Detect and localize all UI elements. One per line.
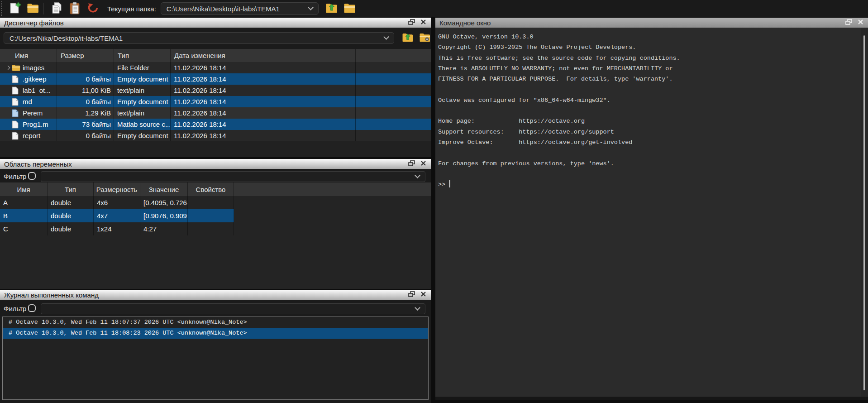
column-header-size[interactable]: Размер: [57, 49, 114, 62]
file-name-cell: lab1_ot...: [0, 85, 57, 96]
current-folder-combobox[interactable]: C:\Users\Nika\Desktop\it-labs\TEMA1: [161, 2, 319, 15]
new-script-icon: [9, 2, 21, 16]
paste-button[interactable]: [67, 1, 83, 16]
column-header-name[interactable]: Имя: [0, 182, 48, 196]
command-output[interactable]: GNU Octave, version 10.3.0Copyright (C) …: [435, 28, 861, 393]
filter-combobox[interactable]: [41, 171, 425, 182]
variable-value: 4:27: [140, 222, 188, 235]
file-row[interactable]: report0 байтыEmpty document11.02.2026 18…: [0, 130, 431, 141]
undock-icon: [408, 19, 415, 26]
octave-main-window: Текущая папка: C:\Users\Nika\Desktop\it-…: [0, 0, 868, 403]
command-line: Home page: https://octave.org: [438, 116, 861, 126]
file-row[interactable]: Perem1,29 KiBtext/plain11.02.2026 18:14: [0, 107, 431, 119]
toolbar-drag-handle[interactable]: [1, 1, 5, 16]
filter-checkbox[interactable]: [28, 304, 36, 312]
column-header-value[interactable]: Значение: [140, 182, 188, 196]
file-type: Empty document: [114, 130, 171, 141]
new-script-button[interactable]: [7, 1, 23, 16]
file-date: 11.02.2026 18:14: [171, 119, 356, 130]
chevron-down-icon: [415, 173, 420, 178]
file-name: report: [23, 132, 40, 139]
history-entry[interactable]: # Octave 10.3.0, Wed Feb 11 18:08:23 202…: [3, 328, 428, 339]
file-path-combobox[interactable]: C:/Users/Nika/Desktop/it-labs/TEMA1: [4, 32, 394, 44]
open-folder-icon: [27, 3, 39, 15]
folder-actions-button[interactable]: [418, 32, 432, 44]
file-row[interactable]: md0 байтыEmpty document11.02.2026 18:14: [0, 96, 431, 107]
file-row[interactable]: lab1_ot...11,00 KiBtext/plain11.02.2026 …: [0, 85, 431, 96]
file-row[interactable]: Prog1.m73 байтыMatlab source c...11.02.2…: [0, 119, 431, 130]
file-name: lab1_ot...: [23, 86, 51, 94]
command-scrollbar-thumb[interactable]: [863, 35, 865, 390]
variable-row[interactable]: Bdouble4x7[0.9076, 0.9095,...: [0, 209, 234, 222]
file-date: 11.02.2026 18:14: [171, 73, 356, 85]
command-line: [438, 148, 861, 158]
row-fill: [356, 85, 431, 96]
filter-combobox[interactable]: [41, 303, 425, 314]
variable-row[interactable]: Adouble4x6[0.4095, 0.7264,...: [0, 196, 234, 209]
open-file-button[interactable]: [25, 1, 41, 16]
command-window-titlebar: Командное окно: [435, 18, 868, 28]
history-close-button[interactable]: [417, 290, 429, 300]
column-header-class[interactable]: Тип: [48, 182, 94, 196]
filter-checkbox[interactable]: [28, 172, 36, 180]
file-table-header[interactable]: Имя Размер Тип Дата изменения: [0, 49, 431, 62]
history-entry[interactable]: # Octave 10.3.0, Wed Feb 11 18:07:37 202…: [3, 317, 428, 328]
directory-up-button[interactable]: [401, 32, 415, 44]
variable-attribute: [188, 196, 234, 209]
column-header-dimension[interactable]: Размерность: [94, 182, 140, 196]
undo-button[interactable]: [86, 1, 101, 16]
toolbar-separator: [43, 3, 44, 14]
command-line: [438, 84, 861, 95]
command-window-undock-button[interactable]: [843, 18, 854, 28]
command-line: GNU Octave, version 10.3.0: [438, 32, 861, 42]
prompt-line[interactable]: >>: [438, 179, 861, 190]
command-window-close-button[interactable]: [854, 18, 866, 28]
file-size: 0 байты: [57, 73, 114, 85]
file-browser-close-button[interactable]: [417, 18, 429, 28]
main-toolbar: Текущая папка: C:\Users\Nika\Desktop\it-…: [0, 0, 868, 17]
undock-icon: [845, 19, 852, 26]
variable-value: [0.9076, 0.9095,...: [140, 209, 188, 222]
file-row[interactable]: .gitkeep0 байтыEmpty document11.02.2026 …: [0, 73, 431, 85]
file-icon: [12, 86, 23, 95]
column-header-type[interactable]: Тип: [114, 49, 171, 62]
workspace-close-button[interactable]: [417, 159, 429, 169]
file-size: 11,00 KiB: [57, 85, 114, 96]
variables-table-header[interactable]: Имя Тип Размерность Значение Свойство: [0, 182, 431, 196]
row-fill: [356, 73, 431, 85]
variables-list-body: Adouble4x6[0.4095, 0.7264,...Bdouble4x7[…: [0, 196, 431, 289]
browse-folder-button[interactable]: [342, 1, 358, 16]
history-undock-button[interactable]: [405, 290, 417, 300]
file-browser-undock-button[interactable]: [405, 18, 417, 28]
variable-dimension: 1x24: [94, 222, 140, 235]
folder-up-icon: [402, 33, 414, 44]
panel-title: Командное окно: [435, 19, 491, 27]
variable-class: double: [48, 209, 94, 222]
command-line: There is ABSOLUTELY NO WARRANTY; not eve…: [438, 63, 861, 74]
workspace-undock-button[interactable]: [405, 159, 417, 169]
current-folder-label: Текущая папка:: [107, 5, 156, 13]
file-icon: [12, 98, 23, 106]
command-line: [438, 169, 861, 179]
panel-title: Журнал выполненных команд: [0, 291, 99, 299]
row-fill: [356, 96, 431, 107]
expand-chevron-icon[interactable]: [4, 66, 12, 69]
workspace-panel: Область переменных Фильтр Имя Тип Размер…: [0, 159, 431, 289]
copy-button[interactable]: [49, 1, 65, 16]
column-header-fill: [234, 182, 431, 196]
folder-up-icon: [325, 3, 338, 15]
file-row[interactable]: imagesFile Folder11.02.2026 18:14: [0, 62, 431, 73]
column-header-name[interactable]: Имя: [0, 49, 57, 62]
column-header-attribute[interactable]: Свойство: [188, 182, 234, 196]
panel-title: Диспетчер файлов: [0, 19, 64, 27]
variable-row[interactable]: Cdouble1x244:27: [0, 222, 234, 235]
file-size: 1,29 KiB: [57, 107, 114, 119]
variable-class: double: [48, 196, 94, 209]
file-list-body: imagesFile Folder11.02.2026 18:14.gitkee…: [0, 62, 431, 157]
command-line: Improve Octave: https://octave.org/get-i…: [438, 137, 861, 148]
folder-up-button[interactable]: [324, 1, 339, 16]
row-fill: [356, 130, 431, 141]
command-line: FITNESS FOR A PARTICULAR PURPOSE. For de…: [438, 74, 861, 84]
variable-value: [0.4095, 0.7264,...: [140, 196, 188, 209]
column-header-date[interactable]: Дата изменения: [171, 49, 356, 62]
